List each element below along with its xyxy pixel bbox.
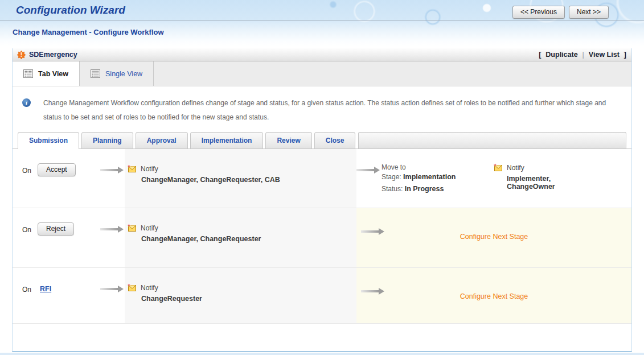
tab-approval[interactable]: Approval <box>136 132 188 148</box>
view-tabs-spacer <box>154 61 631 86</box>
page-title: Configuration Wizard <box>16 4 125 16</box>
notify-label: Notify <box>141 224 158 232</box>
notify-label: Notify <box>507 164 524 172</box>
tab-review[interactable]: Review <box>265 132 311 148</box>
previous-button[interactable]: << Previous <box>512 6 565 19</box>
action-cell: On Accept <box>13 149 125 208</box>
stage-tabs-filler <box>358 132 626 148</box>
header-divider <box>0 20 644 21</box>
move-to-block: Move to Stage: Implementation Status: In… <box>382 163 456 193</box>
tab-view-label: Tab View <box>38 70 68 78</box>
notify-cell: Notify ChangeManager, ChangeRequester, C… <box>125 149 356 208</box>
next-stage-cell-pending: Configure Next Stage <box>356 268 631 323</box>
next-button[interactable]: Next >> <box>569 6 609 19</box>
next-stage-cell: Move to Stage: Implementation Status: In… <box>356 149 631 208</box>
tab-close[interactable]: Close <box>314 132 356 148</box>
stage-label: Stage: <box>382 173 401 181</box>
notify-roles: ChangeManager, ChangeRequester, CAB <box>141 176 280 184</box>
notify-head: Notify <box>127 283 158 292</box>
stage-tabs: Submission Planning Approval Implementat… <box>13 130 631 149</box>
notify-label: Notify <box>141 284 158 292</box>
on-label: On <box>22 226 31 234</box>
arrow-right-icon <box>100 285 124 293</box>
single-view-icon <box>91 69 100 78</box>
tab-planning[interactable]: Planning <box>81 132 133 148</box>
page-header: Configuration Wizard << Previous Next >>… <box>0 0 644 46</box>
tab-view-icon <box>23 69 33 78</box>
notify-head: Notify <box>127 224 158 232</box>
alert-starburst-icon: ! <box>17 51 26 59</box>
tab-submission[interactable]: Submission <box>18 132 79 149</box>
arrow-right-icon <box>100 166 124 174</box>
status-value: In Progress <box>405 185 444 193</box>
arrow-right-icon <box>356 166 380 174</box>
template-titlebar: ! SDEmergency [ Duplicate | View List ] <box>13 48 631 61</box>
info-text: Change Management Workflow configuration… <box>43 96 619 130</box>
configure-next-stage-link[interactable]: Configure Next Stage <box>356 292 631 300</box>
on-label: On <box>22 286 31 294</box>
configure-next-stage-link[interactable]: Configure Next Stage <box>356 233 631 241</box>
wizard-nav-buttons: << Previous Next >> <box>512 6 609 19</box>
tab-view-tab[interactable]: Tab View <box>13 61 80 86</box>
single-view-label: Single View <box>105 70 142 78</box>
notify-roles: ChangeRequester <box>141 295 202 303</box>
tab-implementation[interactable]: Implementation <box>190 132 264 148</box>
notify-head: Notify <box>493 163 524 172</box>
mail-notify-icon <box>493 163 503 172</box>
bracket-open: [ <box>539 51 541 59</box>
move-to-label: Move to <box>382 163 456 171</box>
workflow-panel: ! SDEmergency [ Duplicate | View List ] <box>12 48 632 352</box>
info-row: i Change Management Workflow configurati… <box>13 86 631 130</box>
accept-button[interactable]: Accept <box>38 163 76 176</box>
mail-notify-icon <box>127 164 137 173</box>
duplicate-link[interactable]: Duplicate <box>545 51 577 59</box>
info-icon: i <box>22 98 31 107</box>
actions-divider: | <box>583 51 584 59</box>
template-name: SDEmergency <box>29 51 77 59</box>
workflow-row-accept: On Accept Notify ChangeManager, ChangeRe… <box>13 149 631 208</box>
arrow-right-icon <box>100 225 124 233</box>
single-view-tab[interactable]: Single View <box>80 61 154 86</box>
notify-cell: Notify ChangeRequester <box>125 268 356 323</box>
reject-button[interactable]: Reject <box>38 222 74 236</box>
stage-value: Implementation <box>403 173 456 181</box>
workflow-row-reject: On Reject Notify ChangeManager, ChangeRe… <box>13 208 631 268</box>
action-cell: On RFI <box>13 268 125 323</box>
next-stage-cell-pending: Configure Next Stage <box>356 208 631 267</box>
status-label: Status: <box>382 185 403 193</box>
configuration-wizard-page: Configuration Wizard << Previous Next >>… <box>0 0 644 355</box>
titlebar-actions: [ Duplicate | View List ] <box>539 51 626 59</box>
mail-notify-icon <box>127 283 137 292</box>
view-mode-tabs: Tab View Single View <box>13 61 631 86</box>
action-cell: On Reject <box>13 208 125 267</box>
rfi-link[interactable]: RFI <box>40 285 51 293</box>
bracket-close: ] <box>624 51 626 59</box>
next-notify-roles: Implementer, ChangeOwner <box>507 175 555 191</box>
mail-notify-icon <box>127 224 137 232</box>
page-footer-strip <box>0 353 644 355</box>
notify-cell: Notify ChangeManager, ChangeRequester <box>125 208 356 267</box>
notify-label: Notify <box>141 165 158 173</box>
view-list-link[interactable]: View List <box>589 51 620 59</box>
on-label: On <box>22 167 31 175</box>
notify-roles: ChangeManager, ChangeRequester <box>141 235 261 243</box>
workflow-row-rfi: On RFI Notify ChangeRequester <box>13 268 631 324</box>
svg-text:!: ! <box>20 52 22 58</box>
page-subtitle: Change Management - Configure Workflow <box>13 28 164 36</box>
notify-head: Notify <box>127 164 158 173</box>
